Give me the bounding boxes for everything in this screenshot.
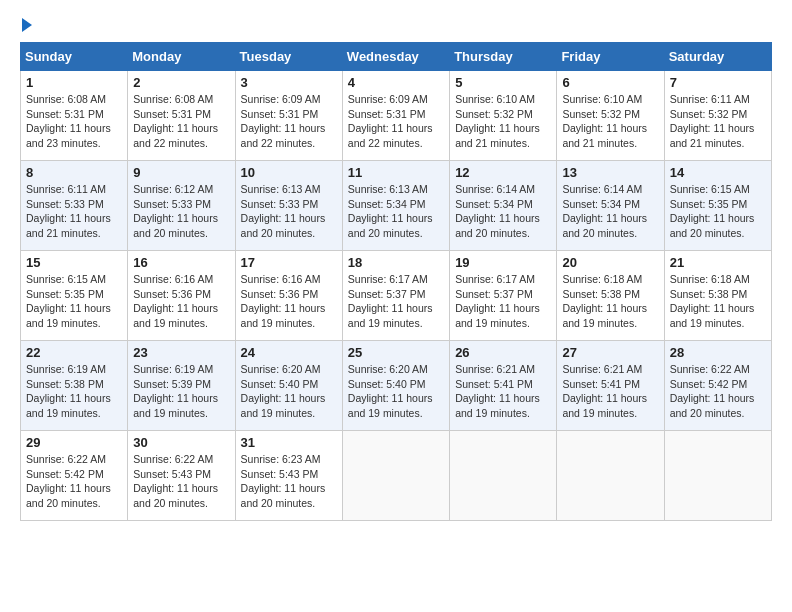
day-number: 10	[241, 165, 337, 180]
calendar-cell: 28Sunrise: 6:22 AMSunset: 5:42 PMDayligh…	[664, 341, 771, 431]
day-info: Sunrise: 6:11 AMSunset: 5:32 PMDaylight:…	[670, 92, 766, 151]
day-info: Sunrise: 6:19 AMSunset: 5:38 PMDaylight:…	[26, 362, 122, 421]
calendar-header-sunday: Sunday	[21, 43, 128, 71]
calendar-cell: 8Sunrise: 6:11 AMSunset: 5:33 PMDaylight…	[21, 161, 128, 251]
calendar-cell: 21Sunrise: 6:18 AMSunset: 5:38 PMDayligh…	[664, 251, 771, 341]
day-number: 16	[133, 255, 229, 270]
calendar-cell: 1Sunrise: 6:08 AMSunset: 5:31 PMDaylight…	[21, 71, 128, 161]
day-number: 28	[670, 345, 766, 360]
calendar-cell: 13Sunrise: 6:14 AMSunset: 5:34 PMDayligh…	[557, 161, 664, 251]
day-info: Sunrise: 6:21 AMSunset: 5:41 PMDaylight:…	[455, 362, 551, 421]
calendar-cell: 18Sunrise: 6:17 AMSunset: 5:37 PMDayligh…	[342, 251, 449, 341]
calendar-week-row: 29Sunrise: 6:22 AMSunset: 5:42 PMDayligh…	[21, 431, 772, 521]
day-info: Sunrise: 6:08 AMSunset: 5:31 PMDaylight:…	[133, 92, 229, 151]
day-number: 9	[133, 165, 229, 180]
day-info: Sunrise: 6:10 AMSunset: 5:32 PMDaylight:…	[562, 92, 658, 151]
calendar-cell: 5Sunrise: 6:10 AMSunset: 5:32 PMDaylight…	[450, 71, 557, 161]
calendar-cell: 16Sunrise: 6:16 AMSunset: 5:36 PMDayligh…	[128, 251, 235, 341]
day-number: 29	[26, 435, 122, 450]
calendar-cell: 24Sunrise: 6:20 AMSunset: 5:40 PMDayligh…	[235, 341, 342, 431]
day-number: 3	[241, 75, 337, 90]
day-info: Sunrise: 6:15 AMSunset: 5:35 PMDaylight:…	[26, 272, 122, 331]
day-info: Sunrise: 6:13 AMSunset: 5:33 PMDaylight:…	[241, 182, 337, 241]
day-number: 14	[670, 165, 766, 180]
calendar-cell: 27Sunrise: 6:21 AMSunset: 5:41 PMDayligh…	[557, 341, 664, 431]
day-number: 6	[562, 75, 658, 90]
calendar-table: SundayMondayTuesdayWednesdayThursdayFrid…	[20, 42, 772, 521]
day-number: 2	[133, 75, 229, 90]
day-number: 4	[348, 75, 444, 90]
day-number: 27	[562, 345, 658, 360]
day-info: Sunrise: 6:22 AMSunset: 5:42 PMDaylight:…	[26, 452, 122, 511]
day-info: Sunrise: 6:16 AMSunset: 5:36 PMDaylight:…	[133, 272, 229, 331]
calendar-week-row: 8Sunrise: 6:11 AMSunset: 5:33 PMDaylight…	[21, 161, 772, 251]
day-info: Sunrise: 6:21 AMSunset: 5:41 PMDaylight:…	[562, 362, 658, 421]
day-number: 8	[26, 165, 122, 180]
calendar-cell: 19Sunrise: 6:17 AMSunset: 5:37 PMDayligh…	[450, 251, 557, 341]
day-info: Sunrise: 6:20 AMSunset: 5:40 PMDaylight:…	[348, 362, 444, 421]
day-number: 25	[348, 345, 444, 360]
day-info: Sunrise: 6:09 AMSunset: 5:31 PMDaylight:…	[241, 92, 337, 151]
day-number: 13	[562, 165, 658, 180]
logo-arrow-icon	[22, 18, 32, 32]
day-number: 24	[241, 345, 337, 360]
day-info: Sunrise: 6:18 AMSunset: 5:38 PMDaylight:…	[562, 272, 658, 331]
day-number: 1	[26, 75, 122, 90]
calendar-cell: 20Sunrise: 6:18 AMSunset: 5:38 PMDayligh…	[557, 251, 664, 341]
calendar-cell: 25Sunrise: 6:20 AMSunset: 5:40 PMDayligh…	[342, 341, 449, 431]
day-number: 15	[26, 255, 122, 270]
day-number: 5	[455, 75, 551, 90]
logo	[20, 20, 32, 32]
calendar-cell: 29Sunrise: 6:22 AMSunset: 5:42 PMDayligh…	[21, 431, 128, 521]
calendar-header-row: SundayMondayTuesdayWednesdayThursdayFrid…	[21, 43, 772, 71]
calendar-cell: 9Sunrise: 6:12 AMSunset: 5:33 PMDaylight…	[128, 161, 235, 251]
calendar-cell: 14Sunrise: 6:15 AMSunset: 5:35 PMDayligh…	[664, 161, 771, 251]
day-info: Sunrise: 6:15 AMSunset: 5:35 PMDaylight:…	[670, 182, 766, 241]
calendar-cell: 6Sunrise: 6:10 AMSunset: 5:32 PMDaylight…	[557, 71, 664, 161]
day-info: Sunrise: 6:12 AMSunset: 5:33 PMDaylight:…	[133, 182, 229, 241]
calendar-cell: 30Sunrise: 6:22 AMSunset: 5:43 PMDayligh…	[128, 431, 235, 521]
day-info: Sunrise: 6:14 AMSunset: 5:34 PMDaylight:…	[455, 182, 551, 241]
day-info: Sunrise: 6:18 AMSunset: 5:38 PMDaylight:…	[670, 272, 766, 331]
calendar-header-friday: Friday	[557, 43, 664, 71]
day-number: 31	[241, 435, 337, 450]
calendar-header-saturday: Saturday	[664, 43, 771, 71]
day-info: Sunrise: 6:14 AMSunset: 5:34 PMDaylight:…	[562, 182, 658, 241]
day-info: Sunrise: 6:13 AMSunset: 5:34 PMDaylight:…	[348, 182, 444, 241]
calendar-cell: 4Sunrise: 6:09 AMSunset: 5:31 PMDaylight…	[342, 71, 449, 161]
calendar-cell: 23Sunrise: 6:19 AMSunset: 5:39 PMDayligh…	[128, 341, 235, 431]
calendar-cell: 12Sunrise: 6:14 AMSunset: 5:34 PMDayligh…	[450, 161, 557, 251]
day-number: 20	[562, 255, 658, 270]
calendar-cell	[557, 431, 664, 521]
day-info: Sunrise: 6:16 AMSunset: 5:36 PMDaylight:…	[241, 272, 337, 331]
day-number: 18	[348, 255, 444, 270]
page-header	[20, 20, 772, 32]
calendar-cell: 17Sunrise: 6:16 AMSunset: 5:36 PMDayligh…	[235, 251, 342, 341]
day-info: Sunrise: 6:20 AMSunset: 5:40 PMDaylight:…	[241, 362, 337, 421]
calendar-cell	[450, 431, 557, 521]
calendar-cell: 31Sunrise: 6:23 AMSunset: 5:43 PMDayligh…	[235, 431, 342, 521]
day-info: Sunrise: 6:19 AMSunset: 5:39 PMDaylight:…	[133, 362, 229, 421]
calendar-header-tuesday: Tuesday	[235, 43, 342, 71]
day-number: 12	[455, 165, 551, 180]
day-info: Sunrise: 6:09 AMSunset: 5:31 PMDaylight:…	[348, 92, 444, 151]
calendar-cell: 10Sunrise: 6:13 AMSunset: 5:33 PMDayligh…	[235, 161, 342, 251]
day-info: Sunrise: 6:23 AMSunset: 5:43 PMDaylight:…	[241, 452, 337, 511]
day-number: 7	[670, 75, 766, 90]
calendar-cell	[664, 431, 771, 521]
calendar-cell: 22Sunrise: 6:19 AMSunset: 5:38 PMDayligh…	[21, 341, 128, 431]
day-number: 17	[241, 255, 337, 270]
day-number: 19	[455, 255, 551, 270]
day-number: 26	[455, 345, 551, 360]
day-info: Sunrise: 6:08 AMSunset: 5:31 PMDaylight:…	[26, 92, 122, 151]
calendar-week-row: 22Sunrise: 6:19 AMSunset: 5:38 PMDayligh…	[21, 341, 772, 431]
day-info: Sunrise: 6:11 AMSunset: 5:33 PMDaylight:…	[26, 182, 122, 241]
calendar-week-row: 1Sunrise: 6:08 AMSunset: 5:31 PMDaylight…	[21, 71, 772, 161]
calendar-cell	[342, 431, 449, 521]
day-info: Sunrise: 6:10 AMSunset: 5:32 PMDaylight:…	[455, 92, 551, 151]
calendar-header-thursday: Thursday	[450, 43, 557, 71]
day-number: 30	[133, 435, 229, 450]
day-info: Sunrise: 6:17 AMSunset: 5:37 PMDaylight:…	[348, 272, 444, 331]
calendar-cell: 3Sunrise: 6:09 AMSunset: 5:31 PMDaylight…	[235, 71, 342, 161]
day-number: 11	[348, 165, 444, 180]
